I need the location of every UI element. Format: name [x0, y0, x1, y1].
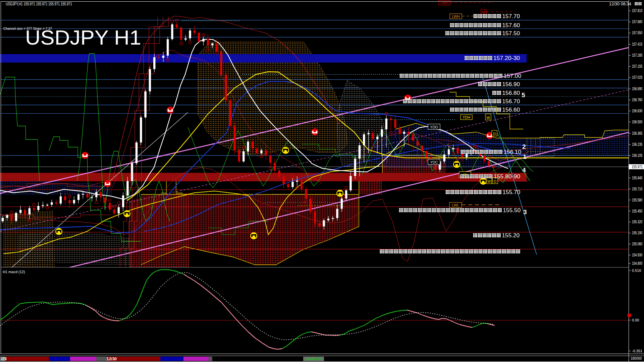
svg-text:macd ON: macd ON: [305, 357, 322, 361]
svg-text:5: 5: [522, 92, 525, 99]
svg-text:156.105: 156.105: [632, 153, 642, 158]
svg-text:157.155: 157.155: [632, 64, 642, 69]
svg-text:3: 3: [523, 208, 527, 216]
svg-text:155.70: 155.70: [502, 189, 520, 195]
svg-text:155.971: 155.971: [632, 165, 643, 169]
svg-text:155.20: 155.20: [502, 233, 520, 238]
svg-text:157.70: 157.70: [502, 13, 520, 19]
svg-text:0.516: 0.516: [632, 268, 641, 273]
svg-text:155.710: 155.710: [632, 187, 642, 191]
svg-text:156.10: 156.10: [503, 149, 521, 155]
svg-text:LMH: LMH: [440, 1, 448, 5]
svg-text:155.060: 155.060: [632, 242, 642, 246]
svg-text:D: D: [494, 179, 496, 183]
svg-text:156.760: 156.760: [632, 98, 642, 102]
svg-text:156.80: 156.80: [502, 90, 520, 96]
svg-text:157.025: 157.025: [632, 75, 642, 80]
svg-text:156.630: 156.630: [632, 109, 642, 113]
svg-text:157.50: 157.50: [502, 31, 520, 36]
svg-text:157.00: 157.00: [503, 73, 521, 79]
svg-text:D: D: [493, 132, 496, 136]
svg-text:4: 4: [522, 167, 526, 174]
svg-text:1: 1: [523, 153, 527, 160]
svg-text:156.890: 156.890: [632, 86, 642, 91]
svg-text:-0.351: -0.351: [632, 349, 642, 353]
svg-text:157.20-30: 157.20-30: [493, 55, 520, 61]
svg-text:156.60: 156.60: [502, 107, 520, 113]
svg-text:YDO: YDO: [430, 125, 438, 129]
svg-text:180000: 180000: [631, 357, 642, 360]
svg-text:12/30 06:34: 12/30 06:34: [609, 2, 631, 6]
svg-text:157.810: 157.810: [632, 8, 642, 13]
svg-text:W: W: [486, 116, 490, 120]
svg-text:12/30: 12/30: [107, 357, 117, 361]
svg-text:154.930: 154.930: [632, 253, 642, 257]
svg-text:155.320: 155.320: [632, 220, 642, 224]
svg-text:156.500: 156.500: [632, 120, 642, 124]
svg-text:W: W: [487, 179, 491, 183]
svg-text:0.00: 0.00: [632, 318, 639, 322]
svg-text:156.90: 156.90: [502, 81, 520, 87]
svg-text:155.80-90: 155.80-90: [494, 174, 520, 179]
svg-text:157.415: 157.415: [632, 42, 642, 47]
svg-text:155.450: 155.450: [632, 209, 642, 214]
svg-text:USDJPY H1: USDJPY H1: [25, 26, 141, 49]
svg-text:YDH: YDH: [463, 115, 470, 119]
svg-text:/29: /29: [1, 357, 7, 361]
svg-text:155.50: 155.50: [503, 207, 521, 213]
svg-text:155.190: 155.190: [632, 231, 642, 235]
svg-text:155.840: 155.840: [632, 176, 642, 180]
svg-text:154.800: 154.800: [632, 261, 642, 266]
svg-text:M: M: [482, 10, 485, 14]
svg-text:156.70: 156.70: [502, 99, 520, 104]
svg-text:2: 2: [522, 143, 526, 150]
svg-text:156.365: 156.365: [632, 131, 642, 136]
svg-text:157.550: 157.550: [632, 31, 642, 35]
svg-text:157.285: 157.285: [632, 53, 642, 58]
svg-text:156.235: 156.235: [632, 142, 642, 147]
svg-text:YDC: YDC: [430, 160, 438, 164]
svg-text:155.580: 155.580: [632, 198, 642, 202]
svg-text:LWH: LWH: [452, 14, 460, 18]
svg-text:USDJPY,H1 155.971 155.971 155: USDJPY,H1 155.971 155.971 155.971 155.97…: [6, 2, 72, 6]
svg-text:157.680: 157.680: [632, 19, 642, 24]
svg-text:LWL: LWL: [452, 203, 459, 207]
svg-text:157.60: 157.60: [502, 22, 520, 28]
svg-text:H1 macd (12): H1 macd (12): [3, 270, 25, 274]
